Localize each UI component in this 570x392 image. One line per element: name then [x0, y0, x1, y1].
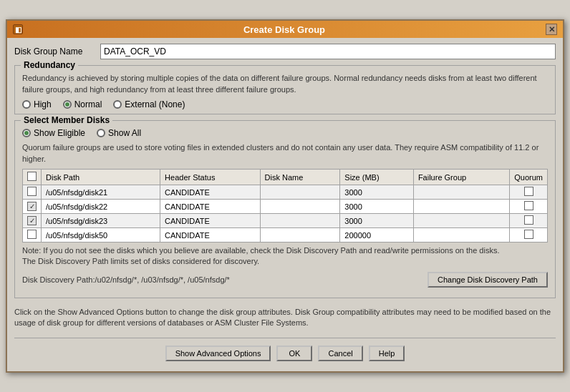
dialog-icon: ◧: [13, 24, 23, 34]
show-all-label: Show All: [108, 128, 141, 138]
radio-show-eligible[interactable]: [22, 129, 31, 137]
redundancy-group: Redundancy Redundancy is achieved by sto…: [14, 65, 556, 114]
show-options-row: Show Eligible Show All: [22, 128, 548, 138]
disk-cell-2-4: [413, 214, 509, 228]
disk-cell-1-2: [260, 200, 340, 214]
disk-cell-2-1: CANDIDATE: [160, 214, 260, 228]
table-row: /u05/nfsdg/disk22CANDIDATE3000: [23, 200, 548, 214]
disk-checkbox-3[interactable]: [27, 230, 37, 239]
redundancy-title: Redundancy: [21, 60, 78, 70]
quorum-checkbox-3[interactable]: [524, 230, 533, 239]
redundancy-external[interactable]: External (None): [113, 99, 185, 109]
change-disk-discovery-path-button[interactable]: Change Disk Discovery Path: [428, 272, 548, 288]
disk-cell-0-0: /u05/nfsdg/disk21: [42, 185, 160, 200]
col-header-check: [23, 170, 42, 185]
show-advanced-options-button[interactable]: Show Advanced Options: [165, 346, 271, 361]
cancel-button[interactable]: Cancel: [318, 346, 362, 361]
col-header-group: Failure Group: [413, 170, 509, 185]
radio-external[interactable]: [113, 100, 122, 109]
table-row: /u05/nfsdg/disk50CANDIDATE200000: [23, 228, 548, 242]
table-row: /u05/nfsdg/disk23CANDIDATE3000: [23, 214, 548, 228]
dialog-title: Create Disk Group: [243, 24, 325, 35]
disk-cell-2-3: 3000: [340, 214, 414, 228]
quorum-checkbox-2[interactable]: [524, 215, 533, 225]
help-button[interactable]: Help: [369, 346, 405, 361]
redundancy-high[interactable]: High: [22, 99, 52, 109]
col-header-name: Disk Name: [260, 170, 340, 185]
create-disk-group-dialog: ◧ Create Disk Group ✕ Disk Group Name Re…: [6, 19, 564, 372]
discovery-row: Disk Discovery Path:/u02/nfsdg/*, /u03/n…: [22, 272, 548, 288]
separator: [14, 338, 556, 338]
radio-high[interactable]: [22, 100, 31, 109]
radio-normal[interactable]: [63, 100, 72, 109]
disk-cell-2-2: [260, 214, 340, 228]
radio-high-label: High: [34, 99, 52, 109]
disk-group-name-input[interactable]: [100, 44, 556, 59]
disk-checkbox-2[interactable]: [27, 216, 37, 225]
dialog-content: Disk Group Name Redundancy Redundancy is…: [7, 38, 563, 371]
disk-cell-3-3: 200000: [340, 228, 414, 242]
disk-cell-0-1: CANDIDATE: [160, 185, 260, 200]
select-member-disks-group: Select Member Disks Show Eligible Show A…: [14, 120, 556, 298]
disk-cell-3-2: [260, 228, 340, 242]
show-eligible-option[interactable]: Show Eligible: [22, 128, 85, 138]
disk-group-name-row: Disk Group Name: [14, 44, 556, 59]
redundancy-normal[interactable]: Normal: [63, 99, 102, 109]
disk-cell-3-0: /u05/nfsdg/disk50: [42, 228, 160, 242]
quorum-checkbox-1[interactable]: [524, 201, 533, 210]
disk-cell-1-4: [413, 200, 509, 214]
disk-table: Disk Path Header Status Disk Name Size (…: [22, 169, 548, 242]
table-row: /u05/nfsdg/disk21CANDIDATE3000: [23, 185, 548, 200]
disk-group-name-label: Disk Group Name: [14, 46, 100, 57]
disk-cell-3-1: CANDIDATE: [160, 228, 260, 242]
radio-show-all[interactable]: [97, 129, 105, 137]
button-row: Show Advanced Options OK Cancel Help: [14, 341, 556, 366]
quorum-note: Quorum failure groups are used to store …: [22, 142, 548, 165]
show-eligible-label: Show Eligible: [34, 128, 85, 138]
redundancy-options: High Normal External (None): [22, 99, 548, 109]
col-header-quorum: Quorum: [510, 170, 548, 185]
disk-cell-0-2: [260, 185, 340, 200]
title-bar: ◧ Create Disk Group ✕: [7, 21, 563, 38]
disk-cell-1-3: 3000: [340, 200, 414, 214]
quorum-checkbox-0[interactable]: [524, 187, 533, 196]
show-all-option[interactable]: Show All: [97, 128, 141, 138]
col-header-path: Disk Path: [42, 170, 160, 185]
col-header-size: Size (MB): [340, 170, 414, 185]
disks-title: Select Member Disks: [21, 115, 112, 125]
redundancy-description: Redundancy is achieved by storing multip…: [22, 73, 548, 95]
ok-button[interactable]: OK: [276, 346, 312, 361]
select-all-checkbox[interactable]: [27, 172, 37, 181]
disk-cell-1-0: /u05/nfsdg/disk22: [42, 200, 160, 214]
disk-cell-0-3: 3000: [340, 185, 414, 200]
col-header-status: Header Status: [160, 170, 260, 185]
disk-checkbox-1[interactable]: [27, 202, 37, 211]
disk-cell-1-1: CANDIDATE: [160, 200, 260, 214]
disk-checkbox-0[interactable]: [27, 187, 37, 196]
disk-cell-3-4: [413, 228, 509, 242]
disk-cell-0-4: [413, 185, 509, 200]
radio-normal-label: Normal: [74, 99, 102, 109]
close-button[interactable]: ✕: [546, 24, 557, 35]
discovery-note: Note: If you do not see the disks which …: [22, 245, 548, 268]
radio-external-label: External (None): [125, 99, 185, 109]
advanced-note: Click on the Show Advanced Options butto…: [14, 304, 556, 332]
disk-cell-2-0: /u05/nfsdg/disk23: [42, 214, 160, 228]
discovery-path-text: Disk Discovery Path:/u02/nfsdg/*, /u03/n…: [22, 275, 230, 284]
